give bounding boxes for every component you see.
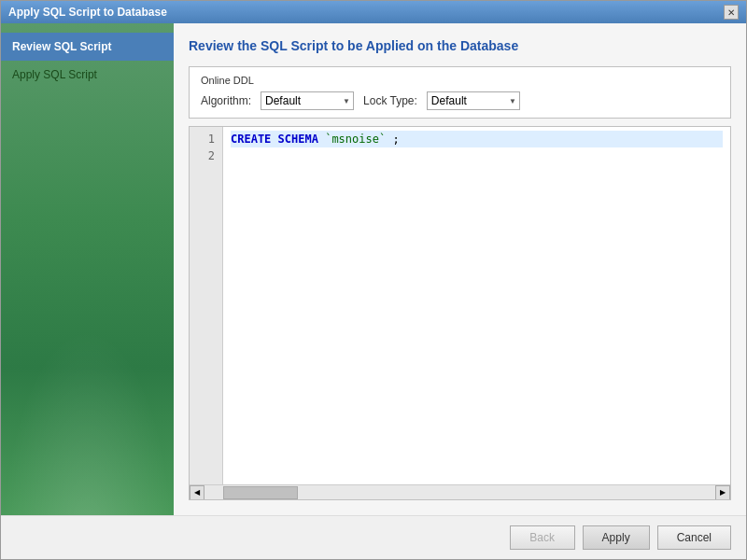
ddl-controls: Algorithm: Default Inplace Copy Lock Typ… <box>201 91 719 110</box>
lock-type-label: Lock Type: <box>363 94 417 107</box>
lock-type-select-wrapper: Default None Shared Exclusive <box>427 91 520 110</box>
main-window: Apply SQL Script to Database ✕ Review SQ… <box>0 0 747 560</box>
algorithm-select-wrapper: Default Inplace Copy <box>261 91 354 110</box>
sidebar: Review SQL Script Apply SQL Script <box>1 23 174 515</box>
footer: Back Apply Cancel <box>1 515 746 559</box>
online-ddl-section: Online DDL Algorithm: Default Inplace Co… <box>189 66 731 119</box>
code-lines: CREATE SCHEMA `msnoise` ; <box>223 127 730 484</box>
window-body: Review SQL Script Apply SQL Script Revie… <box>1 23 746 515</box>
back-button[interactable]: Back <box>510 525 575 550</box>
plain-semicolon: ; <box>386 133 399 146</box>
window-title: Apply SQL Script to Database <box>8 6 167 19</box>
line-number-1: 1 <box>197 131 215 147</box>
lock-type-select[interactable]: Default None Shared Exclusive <box>427 91 520 110</box>
scroll-track[interactable] <box>204 485 715 500</box>
line-numbers: 1 2 <box>190 127 223 484</box>
code-content: 1 2 CREATE SCHEMA `msnoise` ; <box>190 127 730 484</box>
algorithm-label: Algorithm: <box>201 94 251 107</box>
scroll-left-button[interactable]: ◀ <box>190 485 204 500</box>
sidebar-item-review-sql-script[interactable]: Review SQL Script <box>1 33 174 61</box>
code-editor[interactable]: 1 2 CREATE SCHEMA `msnoise` ; ◀ <box>189 126 731 500</box>
title-bar: Apply SQL Script to Database ✕ <box>1 1 746 23</box>
sidebar-item-apply-sql-script[interactable]: Apply SQL Script <box>1 61 174 89</box>
horizontal-scrollbar[interactable]: ◀ ▶ <box>190 484 730 499</box>
code-line-1: CREATE SCHEMA `msnoise` ; <box>231 131 723 147</box>
scroll-thumb[interactable] <box>223 486 298 499</box>
identifier-msnoise: `msnoise` <box>325 133 386 146</box>
cancel-button[interactable]: Cancel <box>657 525 731 550</box>
apply-button[interactable]: Apply <box>583 525 650 550</box>
close-button[interactable]: ✕ <box>724 5 739 20</box>
keyword-create-schema: CREATE SCHEMA <box>231 133 325 146</box>
algorithm-select[interactable]: Default Inplace Copy <box>261 91 354 110</box>
page-title: Review the SQL Script to be Applied on t… <box>189 38 731 53</box>
line-number-2: 2 <box>197 147 215 164</box>
online-ddl-label: Online DDL <box>201 75 719 86</box>
code-line-2 <box>231 147 723 164</box>
scroll-right-button[interactable]: ▶ <box>715 485 730 500</box>
main-content: Review the SQL Script to be Applied on t… <box>174 23 746 515</box>
